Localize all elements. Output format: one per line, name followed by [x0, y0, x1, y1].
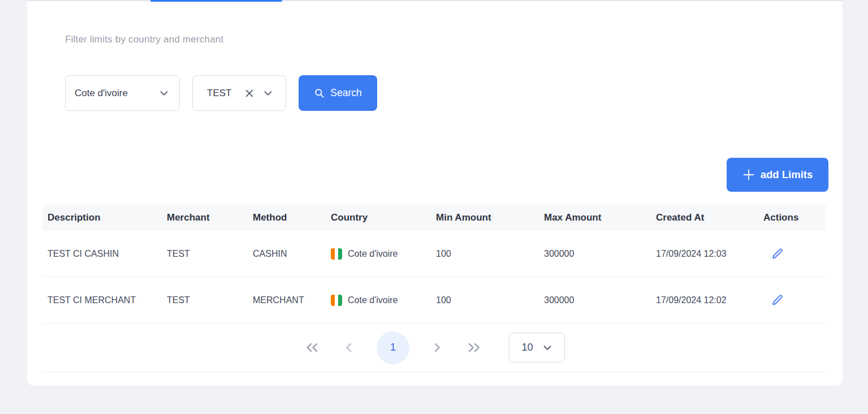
- limits-table: Description Merchant Method Country Min …: [42, 205, 826, 324]
- row-description: TEST CI MERCHANT: [47, 295, 167, 305]
- table-row: TEST CI MERCHANT TEST MERCHANT Cote d'iv…: [42, 277, 826, 324]
- column-header-country: Country: [331, 212, 436, 223]
- column-header-max-amount: Max Amount: [544, 212, 656, 223]
- add-limits-button[interactable]: add Limits: [727, 158, 828, 192]
- row-country: Cote d'ivoire: [348, 295, 398, 305]
- table-row: TEST CI CASHIN TEST CASHIN Cote d'ivoire…: [42, 231, 826, 277]
- double-chevron-right-icon: [467, 343, 481, 352]
- current-page-number: 1: [390, 342, 396, 353]
- search-button[interactable]: Search: [299, 75, 377, 111]
- column-header-created-at: Created At: [656, 212, 763, 223]
- column-header-description: Description: [47, 212, 167, 223]
- edit-limit-button[interactable]: [771, 294, 783, 306]
- last-page-button[interactable]: [465, 340, 483, 355]
- row-merchant: TEST: [167, 295, 253, 305]
- double-chevron-left-icon: [305, 343, 319, 352]
- row-country: Cote d'ivoire: [348, 249, 398, 259]
- row-min-amount: 100: [436, 295, 544, 305]
- row-method: MERCHANT: [253, 295, 331, 305]
- edit-limit-button[interactable]: [771, 248, 783, 260]
- row-max-amount: 300000: [544, 295, 656, 305]
- pencil-icon: [771, 294, 783, 306]
- page-size-value: 10: [521, 342, 533, 353]
- page-size-select[interactable]: 10: [509, 333, 565, 363]
- first-page-button[interactable]: [303, 340, 321, 355]
- row-method: CASHIN: [253, 249, 331, 259]
- chevron-left-icon: [345, 343, 353, 352]
- filter-section-label: Filter limits by country and merchant: [65, 34, 223, 45]
- chevron-down-icon: [263, 88, 273, 98]
- country-select[interactable]: Cote d'ivoire: [65, 75, 180, 111]
- limits-panel: Filter limits by country and merchant Co…: [27, 0, 843, 386]
- row-created-at: 17/09/2024 12:02: [656, 295, 763, 305]
- column-header-method: Method: [253, 212, 331, 223]
- row-created-at: 17/09/2024 12:03: [656, 249, 763, 259]
- previous-page-button[interactable]: [343, 340, 355, 355]
- row-merchant: TEST: [167, 249, 253, 259]
- cote-divoire-flag-icon: [331, 248, 342, 260]
- column-header-actions: Actions: [763, 212, 826, 223]
- cote-divoire-flag-icon: [331, 295, 342, 306]
- next-page-button[interactable]: [431, 340, 443, 355]
- row-max-amount: 300000: [544, 249, 656, 259]
- row-description: TEST CI CASHIN: [47, 249, 167, 259]
- chevron-right-icon: [433, 343, 441, 352]
- clear-selection-icon[interactable]: [244, 88, 254, 98]
- column-header-min-amount: Min Amount: [436, 212, 544, 223]
- active-tab-indicator: [150, 0, 282, 2]
- column-header-merchant: Merchant: [167, 212, 253, 223]
- current-page-indicator[interactable]: 1: [377, 331, 409, 364]
- pencil-icon: [771, 248, 783, 260]
- card-top-border: [27, 0, 843, 1]
- search-button-label: Search: [330, 87, 361, 99]
- search-icon: [314, 88, 325, 98]
- plus-icon: [742, 169, 755, 181]
- table-header-row: Description Merchant Method Country Min …: [42, 205, 826, 231]
- chevron-down-icon: [159, 88, 169, 98]
- chevron-down-icon: [542, 343, 552, 353]
- merchant-select[interactable]: TEST: [192, 75, 286, 111]
- row-min-amount: 100: [436, 249, 544, 259]
- country-select-value: Cote d'ivoire: [75, 88, 128, 99]
- add-limits-label: add Limits: [761, 169, 813, 181]
- pagination-bar: 1 10: [42, 324, 826, 372]
- merchant-select-value: TEST: [207, 88, 231, 99]
